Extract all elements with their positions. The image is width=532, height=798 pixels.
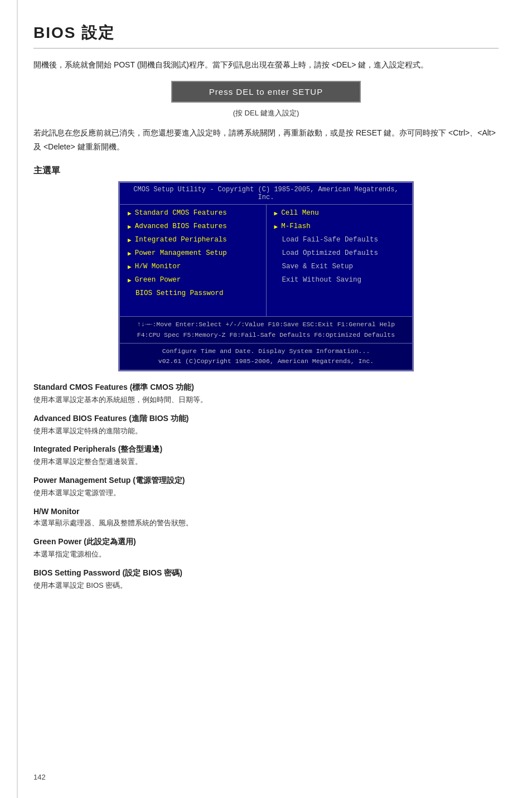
bios-item-green-power[interactable]: ▶ Green Power [128,276,258,284]
title-divider [33,48,499,49]
arrow-icon: ▶ [128,277,132,284]
arrow-icon: ▶ [128,210,132,217]
descriptions-container: Standard CMOS Features (標準 CMOS 功能) 使用本選… [33,383,499,592]
bios-item-hw-monitor[interactable]: ▶ H/W Monitor [128,263,258,270]
bios-main-area: ▶ Standard CMOS Features ▶ Advanced BIOS… [120,205,412,316]
desc-bios-password: BIOS Setting Password (設定 BIOS 密碼) 使用本選單… [33,568,499,592]
desc-green-power: Green Power (此設定為選用) 本選單指定電源相位。 [33,537,499,560]
page-number: 142 [33,773,46,781]
bios-title-bar: CMOS Setup Utility - Copyright (C) 1985-… [120,183,412,205]
desc-hw-monitor: H/W Monitor 本選單顯示處理器、風扇及整體系統的警告狀態。 [33,507,499,529]
bios-item-bios-password[interactable]: BIOS Setting Password [128,289,258,297]
bios-right-col: ▶ Cell Menu ▶ M-Flash Load Fail-Safe Def… [267,205,413,316]
arrow-icon: ▶ [274,210,278,217]
bios-item-advanced[interactable]: ▶ Advanced BIOS Features [128,223,258,230]
arrow-icon: ▶ [128,250,132,257]
bios-item-cell-menu[interactable]: ▶ Cell Menu [274,209,405,217]
desc-integrated-peripherals: Integrated Peripherals (整合型週邊) 使用本選單設定整合… [33,444,499,468]
desc-advanced-bios: Advanced BIOS Features (進階 BIOS 功能) 使用本選… [33,414,499,437]
warning-text: 若此訊息在您反應前就已消失，而您還想要進入設定時，請將系統關閉，再重新啟動，或是… [33,126,499,154]
arrow-icon: ▶ [274,223,278,230]
bios-footer: ↑↓→←:Move Enter:Select +/-/:Value F10:Sa… [120,316,412,343]
bios-item-save-exit[interactable]: Save & Exit Setup [274,263,405,270]
bios-item-power[interactable]: ▶ Power Management Setup [128,249,258,257]
bios-item-mflash[interactable]: ▶ M-Flash [274,223,405,230]
arrow-icon: ▶ [128,263,132,270]
del-box: Press DEL to enter SETUP [171,81,361,103]
desc-standard-cmos: Standard CMOS Features (標準 CMOS 功能) 使用本選… [33,383,499,406]
intro-paragraph: 開機後，系統就會開始 POST (開機自我測試)程序。當下列訊息出現在螢幕上時，… [33,59,499,72]
bios-item-load-failsafe[interactable]: Load Fail-Safe Defaults [274,236,405,244]
bios-left-col: ▶ Standard CMOS Features ▶ Advanced BIOS… [120,205,266,316]
page-title: BIOS 設定 [33,22,499,43]
arrow-icon: ▶ [128,223,132,230]
bios-item-exit-nosave[interactable]: Exit Without Saving [274,276,405,284]
left-border [17,0,18,798]
desc-power-management: Power Management Setup (電源管理設定) 使用本選單設定電… [33,476,499,499]
section-title: 主選單 [33,165,499,177]
arrow-icon: ▶ [128,236,132,244]
bios-item-standard[interactable]: ▶ Standard CMOS Features [128,209,258,217]
bios-screen: CMOS Setup Utility - Copyright (C) 1985-… [118,181,414,371]
bios-status-bar: Configure Time and Date. Display System … [120,343,412,370]
bios-item-integrated[interactable]: ▶ Integrated Peripherals [128,236,258,244]
del-subtitle: (按 DEL 鍵進入設定) [33,108,499,118]
bios-item-load-optimized[interactable]: Load Optimized Defaults [274,249,405,257]
